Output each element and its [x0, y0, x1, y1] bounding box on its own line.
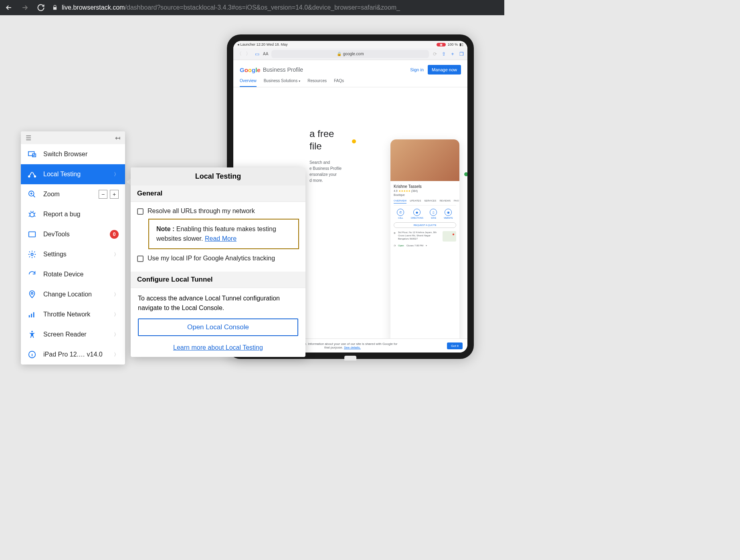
- svg-point-3: [34, 176, 36, 177]
- tab-resources[interactable]: Resources: [307, 79, 327, 87]
- grip-icon[interactable]: ☰: [26, 134, 31, 142]
- url-path: /dashboard?source=bstacklocal-3.4.3#os=i…: [125, 4, 400, 11]
- open-status: Open: [398, 244, 404, 247]
- open-local-console-button[interactable]: Open Local Console: [138, 318, 298, 336]
- tabs-icon[interactable]: ❐: [459, 51, 464, 57]
- sidebar-item-zoom[interactable]: Zoom − +: [21, 184, 125, 204]
- zoom-out-button[interactable]: −: [99, 190, 107, 199]
- phone-tab-services[interactable]: SERVICES: [424, 199, 436, 203]
- local-testing-flyout: Local Testing General Resolve all URLs t…: [131, 167, 305, 357]
- flyout-general-heading: General: [131, 185, 305, 202]
- phone-tab-photos[interactable]: PHO: [454, 199, 459, 203]
- sidebar-item-rotate[interactable]: Rotate Device: [21, 264, 125, 284]
- browser-toolbar: live.browserstack.com/dashboard?source=b…: [0, 0, 504, 15]
- back-button[interactable]: [4, 3, 14, 12]
- zoom-icon: [27, 190, 37, 199]
- sidebar-item-device-info[interactable]: iPad Pro 12.… v14.0 〉: [21, 344, 125, 365]
- website-button[interactable]: ◉WEBSITE: [444, 209, 453, 219]
- hero-subtext: Search and e Business Profile ersonalize…: [309, 159, 342, 183]
- business-photo: [390, 139, 459, 181]
- sidebar-item-devtools[interactable]: DevTools 0: [21, 224, 125, 244]
- business-name: Krishne Tassels: [394, 184, 456, 189]
- ga-ip-option[interactable]: Use my local IP for Google Analytics tra…: [137, 255, 299, 262]
- phone-tab-overview[interactable]: OVERVIEW: [394, 199, 406, 203]
- address-bar[interactable]: live.browserstack.com/dashboard?source=b…: [52, 4, 500, 11]
- svg-point-12: [31, 331, 33, 332]
- sidebar-item-label: Rotate Device: [43, 271, 119, 278]
- svg-rect-9: [29, 315, 30, 318]
- signin-link[interactable]: Sign in: [410, 67, 424, 72]
- checkbox-ga-ip[interactable]: [137, 256, 144, 262]
- sidebar-item-screen-reader[interactable]: Screen Reader 〉: [21, 324, 125, 344]
- collapse-icon[interactable]: ↤: [115, 134, 120, 142]
- url-host: live.browserstack.com: [62, 4, 125, 11]
- safari-back-icon[interactable]: 〈: [237, 50, 242, 57]
- rotate-icon: [27, 270, 37, 279]
- sidebar-item-label: Local Testing: [43, 171, 107, 178]
- resolve-urls-option[interactable]: Resolve all URLs through my network: [137, 207, 299, 215]
- business-rating: 4.9 ★★★★★ (384): [394, 189, 456, 193]
- phone-tab-reviews[interactable]: REVIEWS: [439, 199, 451, 203]
- battery-percent: 100 %: [447, 42, 458, 46]
- chevron-right-icon: 〉: [114, 291, 119, 298]
- svg-rect-6: [29, 232, 36, 237]
- accessibility-icon: [27, 330, 37, 339]
- battery-icon: ▮▯: [459, 42, 463, 46]
- directions-button[interactable]: ◆DIRECTIONS: [411, 209, 423, 219]
- ipad-status-bar: ◂ Launcher 12:20 Wed 18. May ◉ 100 % ▮▯: [233, 41, 467, 48]
- sidebar-item-label: iPad Pro 12.… v14.0: [43, 351, 107, 358]
- location-icon: [27, 290, 37, 299]
- read-more-link[interactable]: Read More: [205, 235, 237, 242]
- gbp-header: Google Business Profile Sign in Manage n…: [233, 60, 467, 75]
- tab-business-solutions[interactable]: Business Solutions▾: [264, 79, 301, 87]
- request-quote-button[interactable]: REQUEST A QUOTE: [394, 222, 456, 228]
- safari-forward-icon[interactable]: 〉: [245, 50, 251, 57]
- safari-toolbar: 〈 〉 ▭ AA 🔒 google.com ⟳ ⇧ + ❐: [233, 48, 467, 60]
- sidebar-header: ☰ ↤: [21, 131, 125, 144]
- phone-action-row: ✆CALL ◆DIRECTIONS ▯SAVE ◉WEBSITE: [394, 209, 456, 219]
- sidebar-item-change-location[interactable]: Change Location 〉: [21, 284, 125, 304]
- phone-tabs: OVERVIEW UPDATES SERVICES REVIEWS PHO: [394, 199, 456, 205]
- hero-headline: a free file: [309, 127, 334, 152]
- devtools-badge: 0: [110, 230, 119, 239]
- option-label: Resolve all URLs through my network: [148, 207, 255, 215]
- call-button[interactable]: ✆CALL: [397, 209, 404, 219]
- map-thumbnail[interactable]: ●: [443, 231, 456, 242]
- note-box: Note : Enabling this feature makes testi…: [148, 219, 299, 249]
- sidebar-item-report-bug[interactable]: Report a bug: [21, 204, 125, 224]
- status-left: ◂ Launcher 12:20 Wed 18. May: [237, 42, 287, 46]
- sidebar-item-settings[interactable]: Settings 〉: [21, 244, 125, 264]
- info-icon: [27, 350, 37, 359]
- sidebar-item-local-testing[interactable]: Local Testing 〉: [21, 164, 125, 184]
- lock-icon: [52, 5, 58, 10]
- sidebar-item-label: Switch Browser: [43, 151, 119, 158]
- recording-indicator: ◉: [437, 43, 446, 46]
- save-button[interactable]: ▯SAVE: [430, 209, 437, 219]
- bug-icon: [27, 210, 37, 219]
- cookie-details-link[interactable]: See details.: [344, 346, 361, 349]
- cookie-accept-button[interactable]: Got it: [447, 342, 463, 349]
- safari-reload-icon[interactable]: ⟳: [432, 51, 438, 57]
- chevron-right-icon: 〉: [114, 251, 119, 258]
- manage-now-button[interactable]: Manage now: [428, 65, 461, 75]
- option-label: Use my local IP for Google Analytics tra…: [148, 255, 275, 262]
- book-icon[interactable]: ▭: [254, 51, 260, 57]
- phone-tab-updates[interactable]: UPDATES: [410, 199, 421, 203]
- reload-button[interactable]: [36, 3, 46, 12]
- sidebar-item-label: DevTools: [43, 231, 103, 238]
- tab-overview[interactable]: Overview: [240, 79, 257, 87]
- tab-faqs[interactable]: FAQs: [334, 79, 344, 87]
- text-size-control[interactable]: AA: [263, 52, 268, 56]
- business-address: 3rd Floor, No 12 Krishna Jayam, 8th Cros…: [398, 231, 440, 240]
- checkbox-resolve-urls[interactable]: [137, 208, 144, 215]
- new-tab-icon[interactable]: +: [450, 51, 455, 57]
- svg-rect-10: [31, 314, 32, 317]
- gbp-tabs: Overview Business Solutions▾ Resources F…: [233, 75, 467, 87]
- learn-more-link[interactable]: Learn more about Local Testing: [131, 342, 305, 357]
- sidebar-item-throttle-network[interactable]: Throttle Network 〉: [21, 304, 125, 324]
- sidebar-item-switch-browser[interactable]: Switch Browser: [21, 144, 125, 164]
- forward-button[interactable]: [20, 3, 30, 12]
- zoom-in-button[interactable]: +: [110, 190, 119, 199]
- share-icon[interactable]: ⇧: [441, 51, 447, 57]
- safari-address-bar[interactable]: 🔒 google.com: [271, 50, 429, 58]
